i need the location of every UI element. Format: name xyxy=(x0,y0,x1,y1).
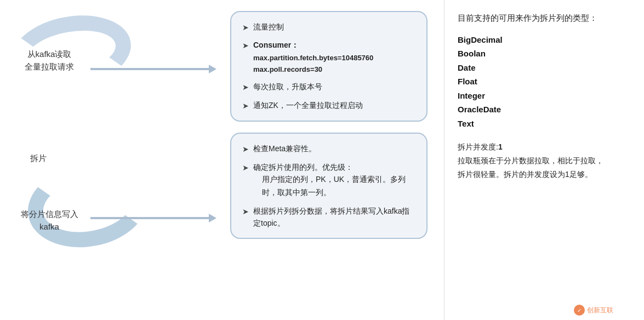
bullet-7: ➤ xyxy=(242,205,249,218)
label-write-kafka: 将分片信息写入 kafka xyxy=(11,208,88,233)
note-concurrency-value: 1 xyxy=(498,142,503,151)
box1-text-1: 流量控制 xyxy=(253,21,415,33)
box1-item-1: ➤ 流量控制 xyxy=(242,21,415,33)
right-note: 拆片并发度:1 拉取瓶颈在于分片数据拉取，相比于拉取，拆片很轻量。拆片的并发度设… xyxy=(458,140,609,309)
logo-area: ✓ 创新互联 xyxy=(574,305,613,316)
arrow-head-bottom xyxy=(209,214,216,222)
box2-item-1: ➤ 检查Meta兼容性。 xyxy=(242,142,415,155)
logo-text: 创新互联 xyxy=(587,306,613,315)
box1-item-3: ➤ 每次拉取，升版本号 xyxy=(242,81,415,93)
arrow-head-top xyxy=(209,65,216,73)
box1-item-4: ➤ 通知ZK，一个全量拉取过程启动 xyxy=(242,99,415,112)
arrow-top xyxy=(90,65,216,73)
right-title: 目前支持的可用来作为拆片列的类型： xyxy=(458,11,609,25)
note-concurrency-label: 拆片并发度: xyxy=(458,142,498,151)
box1-text-4: 通知ZK，一个全量拉取过程启动 xyxy=(253,99,415,111)
box2-text-2: 确定拆片使用的列。优先级： 用户指定的列，PK，UK，普通索引。多列时，取其中第… xyxy=(253,161,415,199)
type-Boolan: Boolan xyxy=(458,47,609,61)
box2-item-3: ➤ 根据拆片列拆分数据，将拆片结果写入kafka指定topic。 xyxy=(242,205,415,230)
note-description: 拉取瓶颈在于分片数据拉取，相比于拉取，拆片很轻量。拆片的并发度设为1足够。 xyxy=(458,156,603,179)
left-panel: 从kafka读取 全量拉取请求 拆片 将分片信息写入 kafka xyxy=(0,0,214,320)
label-split: 拆片 xyxy=(30,153,47,164)
bullet-1: ➤ xyxy=(242,21,249,33)
bullet-3: ➤ xyxy=(242,81,249,93)
right-panel: 目前支持的可用来作为拆片列的类型： BigDecimal Boolan Date… xyxy=(444,0,622,320)
box1-item-2: ➤ Consumer： max.partition.fetch.bytes=10… xyxy=(242,39,415,75)
box2-text-1: 检查Meta兼容性。 xyxy=(253,142,415,155)
middle-panel: ➤ 流量控制 ➤ Consumer： max.partition.fetch.b… xyxy=(214,0,444,320)
type-list: BigDecimal Boolan Date Float Integer Ora… xyxy=(458,33,609,131)
type-Text: Text xyxy=(458,117,609,131)
type-Integer: Integer xyxy=(458,89,609,103)
box1-text-2: Consumer： max.partition.fetch.bytes=1048… xyxy=(253,39,415,75)
info-box-1: ➤ 流量控制 ➤ Consumer： max.partition.fetch.b… xyxy=(230,11,428,122)
bullet-2: ➤ xyxy=(242,39,249,52)
arrow-bottom xyxy=(90,214,216,222)
type-BigDecimal: BigDecimal xyxy=(458,33,609,47)
type-Date: Date xyxy=(458,61,609,75)
arrow-line-bottom xyxy=(90,217,209,219)
loop-lower-arc xyxy=(21,155,155,256)
box2-text-3: 根据拆片列拆分数据，将拆片结果写入kafka指定topic。 xyxy=(253,205,415,230)
consumer-label: Consumer： xyxy=(253,41,299,49)
type-Float: Float xyxy=(458,75,609,89)
box1-text-3: 每次拉取，升版本号 xyxy=(253,81,415,93)
box2-indent-2: 用户指定的列，PK，UK，普通索引。多列时，取其中第一列。 xyxy=(253,173,415,199)
bullet-5: ➤ xyxy=(242,143,249,155)
consumer-config: max.partition.fetch.bytes=10485760max.po… xyxy=(253,53,415,76)
type-OracleDate: OracleDate xyxy=(458,102,609,117)
arrow-line-top xyxy=(90,68,209,70)
label-kafka-read: 从kafka读取 全量拉取请求 xyxy=(11,48,88,73)
info-box-2: ➤ 检查Meta兼容性。 ➤ 确定拆片使用的列。优先级： 用户指定的列，PK，U… xyxy=(230,133,428,239)
logo-icon: ✓ xyxy=(574,305,585,316)
box2-item-2: ➤ 确定拆片使用的列。优先级： 用户指定的列，PK，UK，普通索引。多列时，取其… xyxy=(242,161,415,199)
bullet-6: ➤ xyxy=(242,162,249,174)
bullet-4: ➤ xyxy=(242,100,249,112)
